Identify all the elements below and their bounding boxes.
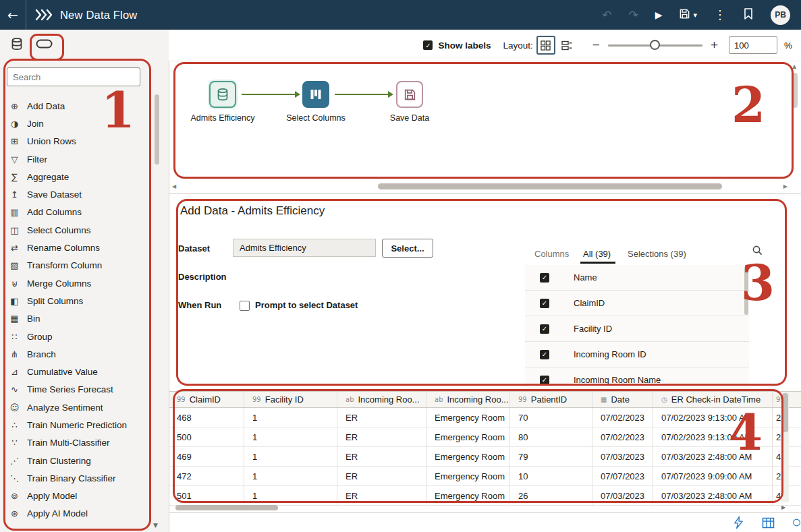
step-split-columns[interactable]: ◧Split Columns: [0, 292, 153, 309]
preview-data-icon[interactable]: [762, 517, 775, 529]
cell[interactable]: 07/03/2023: [592, 447, 653, 466]
column-header-incoming-room-id[interactable]: abIncoming Roo...: [337, 392, 426, 407]
step-rename-columns[interactable]: ⇄Rename Columns: [0, 239, 153, 256]
step-apply-ai-model[interactable]: ⊛Apply AI Model: [0, 505, 153, 523]
cell[interactable]: 07/03/2023 2:48:00 AM: [653, 447, 773, 466]
canvas-horizontal-scrollbar[interactable]: ◀ ▶: [169, 181, 791, 192]
step-apply-model[interactable]: ⊚Apply Model: [0, 487, 153, 505]
tab-all-columns[interactable]: All (39): [583, 249, 611, 259]
table-horizontal-scrollbar[interactable]: ▶: [169, 502, 790, 512]
cell[interactable]: 70: [510, 408, 592, 427]
scroll-right-icon[interactable]: ▶: [783, 183, 788, 189]
cell[interactable]: 469: [169, 447, 244, 466]
canvas-vscroll-thumb[interactable]: [792, 73, 798, 108]
step-filter[interactable]: ▽Filter: [0, 150, 153, 168]
step-group[interactable]: ∷Group: [0, 328, 153, 345]
column-header-patientid[interactable]: 99PatientID: [510, 392, 592, 407]
column-header-incoming-room-name[interactable]: abIncoming Roo...: [426, 392, 510, 407]
dataset-value-field[interactable]: Admits Efficiency: [233, 239, 376, 257]
step-add-data[interactable]: ⊕Add Data: [0, 97, 153, 115]
scroll-up-icon[interactable]: ▲: [792, 63, 796, 69]
cell[interactable]: Emergency Room: [426, 427, 510, 446]
zoom-out-button[interactable]: −: [592, 38, 600, 53]
cell[interactable]: Emergency Room: [426, 467, 510, 485]
table-row[interactable]: 5001EREmergency Room8007/02/202307/02/20…: [169, 427, 801, 447]
step-train-clustering[interactable]: ⋰Train Clustering: [0, 452, 153, 469]
column-row-facility-id[interactable]: ✓Facility ID: [525, 316, 749, 342]
step-cumulative-value[interactable]: ⊿Cumulative Value: [0, 363, 153, 380]
node-admits-efficiency[interactable]: Admits Efficiency: [179, 81, 267, 123]
column-header-er-checkin-datetime[interactable]: ◷ER Check-in DateTime: [653, 392, 773, 407]
redo-icon[interactable]: ↷: [628, 9, 638, 21]
steps-panel-icon[interactable]: [35, 37, 53, 53]
column-checkbox[interactable]: ✓: [540, 350, 549, 359]
table-hscroll-thumb[interactable]: [175, 505, 278, 510]
cell[interactable]: 2: [773, 408, 781, 427]
column-checkbox[interactable]: ✓: [540, 273, 549, 283]
step-aggregate[interactable]: ∑Aggregate: [0, 168, 153, 185]
kebab-menu-icon[interactable]: ⋮: [714, 9, 726, 21]
show-labels-checkbox[interactable]: ✓: [423, 40, 433, 50]
cell[interactable]: 1: [244, 447, 337, 466]
cell[interactable]: 07/02/2023: [592, 408, 653, 427]
column-checkbox[interactable]: ✓: [540, 376, 549, 385]
cell[interactable]: 1: [244, 467, 337, 485]
column-row-incoming-room-name[interactable]: ✓Incoming Room Name: [525, 367, 749, 392]
node-save-data[interactable]: Save Data: [366, 81, 453, 123]
scroll-left-icon[interactable]: ◀: [172, 183, 176, 189]
table-row[interactable]: 4681EREmergency Room7007/02/202307/02/20…: [169, 408, 801, 427]
cell[interactable]: 500: [169, 427, 244, 446]
zoom-level-input[interactable]: [729, 36, 777, 54]
cell[interactable]: 07/02/2023 9:13:00 AM: [653, 427, 773, 446]
column-header-claimid[interactable]: 99ClaimID: [169, 392, 244, 407]
step-join[interactable]: ◑Join: [0, 115, 153, 132]
cell[interactable]: 1: [244, 408, 337, 427]
node-select-columns[interactable]: Select Columns: [272, 81, 360, 123]
zoom-slider[interactable]: [608, 40, 702, 51]
table-row[interactable]: 4691EREmergency Room7907/03/202307/03/20…: [169, 447, 801, 467]
cell[interactable]: 07/07/2023 9:09:00 AM: [653, 467, 773, 485]
table-vscroll-thumb[interactable]: [782, 393, 788, 432]
cell[interactable]: ER: [337, 447, 426, 466]
cell[interactable]: 2: [773, 427, 781, 446]
canvas-vertical-scrollbar[interactable]: ▲: [791, 62, 800, 181]
step-train-numeric-prediction[interactable]: ∴Train Numeric Prediction: [0, 416, 153, 434]
step-save-dataset[interactable]: ↥Save Dataset: [0, 185, 153, 203]
column-list-scrollbar-thumb[interactable]: [744, 266, 748, 315]
save-button[interactable]: ▾: [679, 8, 697, 22]
cell[interactable]: ER: [337, 467, 426, 485]
scroll-right-icon[interactable]: ▶: [781, 504, 785, 510]
cell[interactable]: ER: [337, 427, 426, 446]
cell[interactable]: 4: [773, 447, 781, 466]
column-row-name[interactable]: ✓Name: [525, 265, 749, 291]
layout-list-button[interactable]: [559, 37, 575, 53]
data-panel-icon[interactable]: [10, 37, 24, 53]
select-dataset-button[interactable]: Select...: [382, 239, 433, 258]
zoom-in-button[interactable]: +: [711, 38, 718, 53]
column-row-incoming-room-id[interactable]: ✓Incoming Room ID: [525, 342, 749, 367]
step-add-columns[interactable]: ▥Add Columns: [0, 204, 153, 221]
cell[interactable]: 1: [244, 427, 337, 446]
sidebar-scrollbar-thumb[interactable]: [155, 94, 159, 165]
tab-selections[interactable]: Selections (39): [628, 249, 686, 259]
cell[interactable]: 472: [169, 467, 244, 485]
column-header-clipped[interactable]: 99: [773, 392, 781, 407]
prompt-select-dataset-checkbox[interactable]: [240, 301, 250, 311]
column-row-claimid[interactable]: ✓ClaimID: [525, 291, 749, 316]
cell[interactable]: ER: [337, 408, 426, 427]
clipped-circle-icon[interactable]: [792, 516, 801, 529]
cell[interactable]: Emergency Room: [426, 447, 510, 466]
table-row[interactable]: 4721EREmergency Room1007/07/202307/07/20…: [169, 467, 801, 486]
layout-grid-button[interactable]: [536, 36, 555, 55]
cell[interactable]: 07/02/2023: [592, 427, 653, 446]
column-header-facility-id[interactable]: 99Facility ID: [244, 392, 337, 407]
search-input[interactable]: [7, 67, 140, 86]
step-train-multi-classifier[interactable]: ∵Train Multi-Classifier: [0, 434, 153, 452]
run-dataflow-icon[interactable]: ▶: [655, 10, 663, 20]
cell[interactable]: 10: [510, 467, 592, 485]
step-bin[interactable]: ▦Bin: [0, 310, 153, 328]
back-button[interactable]: ←: [0, 0, 26, 30]
user-avatar[interactable]: PB: [771, 5, 790, 25]
column-checkbox[interactable]: ✓: [540, 299, 549, 308]
cell[interactable]: 07/07/2023: [592, 467, 653, 485]
